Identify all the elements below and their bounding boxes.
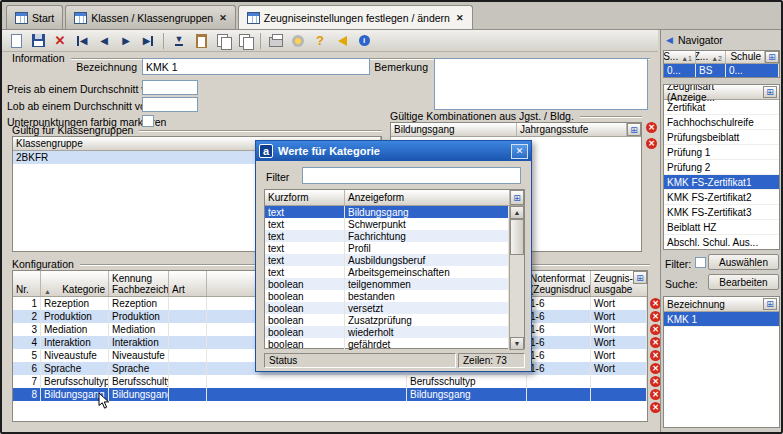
seal-button[interactable] — [288, 32, 308, 50]
column-header-nr[interactable]: Nr. — [13, 271, 41, 296]
tab-start[interactable]: Start — [6, 5, 63, 29]
next-record-button[interactable]: ▶ — [116, 32, 136, 50]
bemerkung-textarea[interactable] — [434, 58, 648, 110]
dialog-scrollbar[interactable]: ▲ ▼ — [509, 206, 524, 350]
dialog-row[interactable]: text Fachrichtung — [265, 230, 509, 242]
column-header-notenformat[interactable]: Notenformat (Zeugnisdruck — [527, 271, 591, 296]
paste-button[interactable] — [191, 32, 211, 50]
cell-notenformat — [527, 375, 591, 388]
column-header-kennung[interactable]: Kennung Fachbezeichnu — [109, 271, 169, 296]
column-header-kurzform[interactable]: Kurzform — [265, 190, 345, 205]
auswaehlen-button[interactable]: Auswählen — [708, 254, 779, 270]
copy-button[interactable] — [213, 32, 233, 50]
dialog-close-icon[interactable]: ✕ — [511, 144, 528, 159]
duplicate-button[interactable] — [235, 32, 255, 50]
dialog-row-selected[interactable]: text Bildungsgang — [265, 206, 509, 218]
cell-mitte: Bildungsgang — [407, 388, 527, 401]
print-button[interactable] — [266, 32, 286, 50]
grid-menu-icon[interactable]: ⊞ — [510, 190, 524, 205]
scroll-up-icon[interactable]: ▲ — [510, 206, 524, 219]
tab-klassen-klassengruppen[interactable]: Klassen / Klassengruppen ✕ — [65, 5, 236, 29]
list-item[interactable]: KMK FS-Zertifikat2 — [664, 190, 779, 205]
list-item[interactable]: KMK FS-Zertifikat3 — [664, 205, 779, 220]
dialog-row[interactable]: boolean gefährdet — [265, 338, 509, 350]
header-label: Zeugnis- — [594, 273, 630, 284]
column-header-kategorie[interactable]: ▲ Kategorie — [41, 271, 109, 296]
previous-record-button[interactable]: ◀ — [94, 32, 114, 50]
column-header-bildungsgang[interactable]: Bildungsgang — [391, 123, 517, 136]
list-item-selected[interactable]: KMK FS-Zertifikat1 — [664, 175, 779, 190]
announce-button[interactable] — [332, 32, 352, 50]
dialog-row[interactable]: boolean bestanden — [265, 290, 509, 302]
list-item[interactable]: Beiblatt HZ — [664, 220, 779, 235]
cell-notenformat: 1-6 — [527, 297, 591, 310]
column-header-zeugnisausgabe[interactable]: Zeugnis- ausgabe — [591, 271, 633, 296]
dialog-row[interactable]: boolean Zusatzprüfung — [265, 314, 509, 326]
list-item[interactable]: Prüfung 1 — [664, 145, 779, 160]
dialog-row[interactable]: text Ausbildungsberuf — [265, 254, 509, 266]
cell-nr: 6 — [13, 362, 41, 375]
filter-input[interactable] — [302, 167, 521, 184]
sort-indicator: ▲1 — [681, 55, 692, 62]
school-grid[interactable]: S... ▲1 Z... ▲2 Schule ⊞ 0... BS 0... — [663, 50, 780, 78]
column-header[interactable]: S... ▲1 — [664, 51, 696, 63]
scrollbar-thumb[interactable] — [510, 219, 524, 255]
bearbeiten-button[interactable]: Bearbeiten — [708, 274, 779, 290]
grid-menu-icon[interactable]: ⊞ — [627, 123, 641, 136]
duplicate-icon — [239, 34, 252, 48]
delete-klassengruppe-icon[interactable]: ✕ — [646, 138, 657, 149]
preis-input[interactable] — [142, 80, 198, 95]
dialog-row[interactable]: text Profil — [265, 242, 509, 254]
school-row-selected[interactable]: 0... BS 0... — [664, 64, 779, 77]
cell-kurzform: boolean — [265, 302, 345, 314]
list-item[interactable]: Fachhochschulreife — [664, 115, 779, 130]
save-button[interactable] — [28, 32, 48, 50]
zeugnisart-list-header[interactable]: Zeugnisart (Anzeige... ⊞ — [664, 85, 779, 100]
bezeichnung-input[interactable] — [142, 58, 370, 75]
dialog-row[interactable]: boolean wiederholt — [265, 326, 509, 338]
bezeichnung-list-header[interactable]: Bezeichnung ⊞ — [664, 297, 779, 312]
column-header[interactable]: Z... ▲2 — [696, 51, 726, 63]
lob-input[interactable] — [142, 97, 198, 112]
header-label: Kategorie — [62, 284, 105, 295]
grid-menu-icon[interactable]: ⊞ — [765, 51, 779, 63]
dialog-row[interactable]: boolean versetzt — [265, 302, 509, 314]
list-item[interactable]: Prüfung 2 — [664, 160, 779, 175]
grid-menu-icon[interactable]: ⊞ — [633, 271, 647, 284]
import-button[interactable]: ▼ — [169, 32, 189, 50]
dialog-titlebar[interactable]: a Werte für Kategorie ✕ — [256, 141, 531, 161]
first-record-button[interactable]: ◀ — [72, 32, 92, 50]
list-item-selected[interactable]: KMK 1 — [664, 312, 779, 327]
close-tab-icon[interactable]: ✕ — [217, 13, 227, 23]
last-record-button[interactable]: ▶ — [138, 32, 158, 50]
list-item[interactable]: Abschl. Schul. Aus... — [664, 235, 779, 250]
dialog-row[interactable]: boolean teilgenommen — [265, 278, 509, 290]
column-header-anzeigeform[interactable]: Anzeigeform — [345, 190, 510, 205]
filter-checkbox[interactable] — [695, 257, 706, 268]
help-button[interactable]: ? — [310, 32, 330, 50]
new-record-button[interactable] — [6, 32, 26, 50]
dialog-row[interactable]: text Arbeitsgemeinschaften — [265, 266, 509, 278]
column-header-jahrgangsstufe[interactable]: Jahrgangsstufe — [517, 123, 627, 136]
close-tab-icon[interactable]: ✕ — [454, 13, 464, 23]
dialog-table[interactable]: Kurzform Anzeigeform ⊞ text Bildungsgang… — [264, 189, 525, 349]
grid-menu-icon[interactable]: ⊞ — [763, 86, 777, 98]
zeugnisart-list[interactable]: Zeugnisart (Anzeige... ⊞ Zertifikat Fach… — [663, 84, 780, 250]
cell-anzeigeform: Arbeitsgemeinschaften — [345, 266, 509, 278]
column-header[interactable]: Schule — [726, 51, 765, 63]
header-label: S... — [664, 51, 678, 62]
grid-menu-icon[interactable]: ⊞ — [763, 298, 777, 310]
table-row[interactable]: 7 Berufsschultyp Berufsschultyp Berufssc… — [13, 375, 647, 388]
dialog-row[interactable]: text Schwerpunkt — [265, 218, 509, 230]
info-button[interactable]: i — [354, 32, 374, 50]
collapse-panel-icon[interactable]: ◀ — [666, 35, 673, 45]
list-item[interactable]: Prüfungsbeiblatt — [664, 130, 779, 145]
column-header-art[interactable]: Art — [169, 271, 207, 296]
delete-button[interactable]: ✕ — [50, 32, 70, 50]
scroll-down-icon[interactable]: ▼ — [510, 337, 524, 350]
delete-kombination-icon[interactable]: ✕ — [646, 122, 657, 133]
tab-label: Klassen / Klassengruppen — [91, 12, 213, 24]
save-icon — [32, 34, 45, 47]
tab-zeugniseinstellungen[interactable]: Zeugniseinstellungen festlegen / ändern … — [238, 5, 473, 29]
bezeichnung-list[interactable]: Bezeichnung ⊞ KMK 1 — [663, 296, 780, 428]
